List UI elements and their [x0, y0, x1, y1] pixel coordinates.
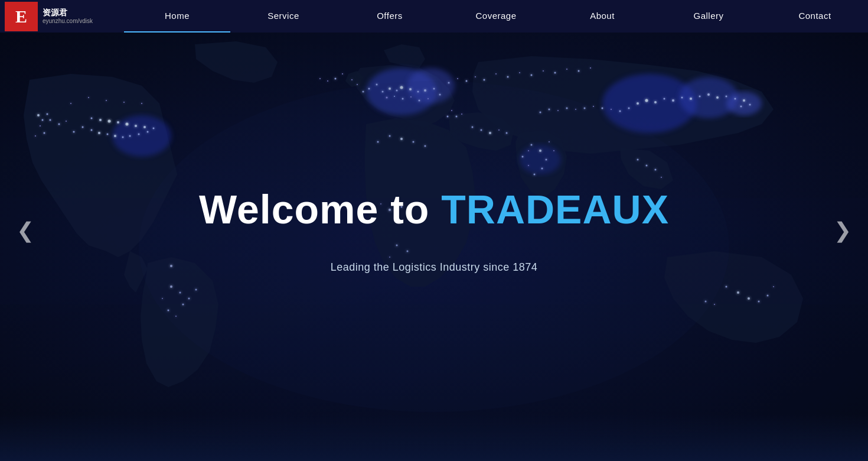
svg-point-44 — [645, 99, 648, 102]
svg-point-55 — [743, 99, 745, 102]
svg-point-35 — [507, 76, 509, 78]
logo[interactable]: E 资源君 eyunzhu.com/vdisk — [0, 0, 124, 33]
svg-point-119 — [50, 119, 51, 121]
hero-section: Welcome to TRADEAUX Leading the Logistic… — [0, 0, 868, 461]
svg-point-42 — [590, 67, 591, 69]
svg-point-57 — [740, 106, 742, 108]
svg-point-115 — [138, 134, 140, 135]
hero-title-prefix: Welcome to — [199, 187, 441, 232]
hero-content: Welcome to TRADEAUX Leading the Logistic… — [199, 187, 669, 274]
logo-chinese: 资源君 — [43, 8, 93, 18]
svg-point-108 — [73, 131, 75, 133]
svg-point-128 — [106, 100, 107, 101]
svg-point-103 — [126, 123, 129, 126]
svg-point-100 — [99, 119, 102, 121]
svg-point-59 — [619, 111, 621, 112]
svg-point-104 — [135, 125, 137, 127]
svg-point-28 — [351, 79, 353, 80]
nav-item-home[interactable]: Home — [124, 0, 230, 33]
svg-point-60 — [611, 109, 612, 110]
svg-point-6 — [726, 92, 762, 115]
logo-letter: E — [15, 7, 27, 27]
svg-point-109 — [91, 129, 93, 131]
svg-point-43 — [637, 102, 639, 105]
svg-point-149 — [335, 78, 337, 80]
svg-point-56 — [749, 104, 751, 106]
nav-item-about[interactable]: About — [549, 0, 655, 33]
svg-point-113 — [122, 137, 124, 138]
svg-point-120 — [40, 125, 41, 126]
svg-point-54 — [735, 98, 736, 100]
logo-box: E — [5, 2, 38, 31]
hero-title: Welcome to TRADEAUX — [199, 187, 669, 232]
nav-item-gallery[interactable]: Gallery — [655, 0, 762, 33]
svg-point-33 — [484, 79, 485, 81]
svg-point-116 — [147, 131, 149, 133]
svg-point-112 — [114, 135, 116, 137]
svg-point-105 — [143, 126, 146, 128]
svg-point-151 — [319, 78, 321, 79]
svg-point-129 — [123, 102, 125, 103]
svg-point-126 — [70, 103, 71, 104]
bottom-fade — [0, 414, 868, 461]
svg-point-27 — [357, 84, 358, 85]
svg-point-102 — [117, 121, 119, 124]
svg-point-62 — [593, 106, 594, 107]
svg-point-122 — [35, 135, 36, 137]
svg-point-41 — [578, 70, 580, 72]
svg-point-110 — [98, 132, 100, 134]
svg-point-48 — [681, 97, 683, 99]
svg-point-61 — [602, 108, 603, 109]
svg-point-7 — [112, 115, 171, 157]
svg-point-117 — [58, 124, 60, 125]
navbar: E 资源君 eyunzhu.com/vdisk Home Service Off… — [0, 0, 868, 33]
svg-point-51 — [707, 93, 710, 96]
nav-links: Home Service Offers Coverage About Galle… — [124, 0, 868, 33]
nav-item-offers[interactable]: Offers — [337, 0, 443, 33]
svg-point-53 — [726, 96, 727, 98]
hero-subtitle: Leading the Logistics Industry since 187… — [199, 261, 669, 274]
svg-point-148 — [342, 73, 343, 74]
svg-point-125 — [47, 113, 48, 115]
svg-point-150 — [327, 80, 328, 82]
svg-point-106 — [153, 128, 155, 129]
svg-point-99 — [91, 118, 93, 119]
svg-point-111 — [107, 134, 109, 135]
svg-point-127 — [88, 97, 89, 98]
svg-point-121 — [44, 132, 45, 134]
svg-point-49 — [690, 98, 692, 100]
nav-item-contact[interactable]: Contact — [762, 0, 868, 33]
svg-point-39 — [554, 72, 556, 74]
svg-point-123 — [37, 114, 40, 116]
svg-point-40 — [566, 69, 567, 70]
svg-point-31 — [466, 80, 468, 82]
svg-point-45 — [654, 101, 657, 103]
carousel-prev-button[interactable]: ❮ — [6, 212, 45, 249]
svg-point-36 — [519, 72, 520, 73]
hero-title-brand: TRADEAUX — [441, 187, 669, 232]
svg-point-34 — [495, 73, 497, 74]
nav-item-coverage[interactable]: Coverage — [443, 0, 549, 33]
svg-point-58 — [628, 108, 630, 109]
svg-point-101 — [108, 120, 111, 123]
svg-point-32 — [475, 76, 476, 77]
nav-item-service[interactable]: Service — [230, 0, 337, 33]
logo-text: 资源君 eyunzhu.com/vdisk — [43, 8, 93, 25]
svg-point-37 — [531, 74, 533, 76]
svg-point-52 — [716, 96, 719, 99]
svg-point-38 — [543, 70, 544, 72]
svg-point-130 — [141, 103, 142, 104]
svg-point-124 — [42, 119, 44, 121]
svg-point-46 — [664, 98, 665, 100]
carousel-next-button[interactable]: ❯ — [823, 212, 862, 249]
svg-point-50 — [699, 96, 701, 98]
svg-point-47 — [672, 99, 674, 102]
svg-point-118 — [66, 121, 67, 122]
svg-point-30 — [457, 78, 458, 79]
svg-point-107 — [82, 126, 84, 128]
svg-point-114 — [129, 135, 131, 137]
logo-url: eyunzhu.com/vdisk — [43, 18, 93, 25]
